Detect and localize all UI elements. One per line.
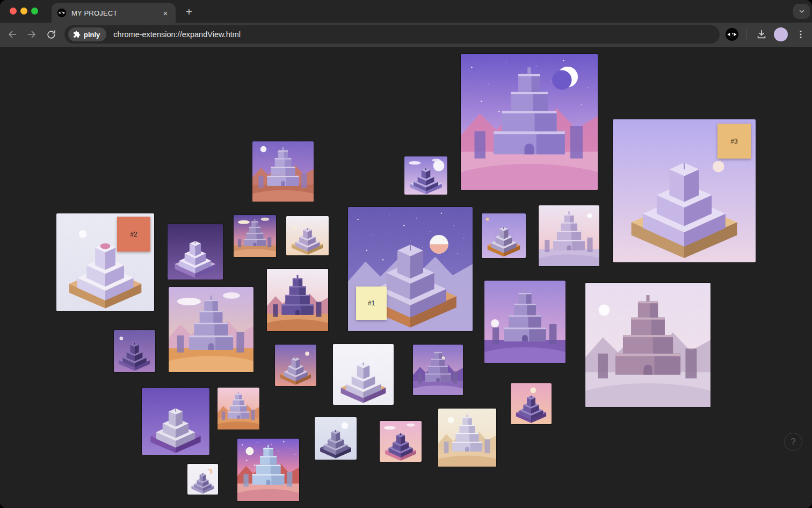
board-image-canyon-spire[interactable] bbox=[218, 388, 259, 430]
board-image-babel-ruin[interactable] bbox=[585, 283, 711, 407]
board-image-spire-city[interactable] bbox=[484, 281, 566, 363]
sticky-note[interactable]: #3 bbox=[717, 124, 751, 159]
board-image-dusk-keep[interactable] bbox=[275, 345, 316, 386]
board-image-paper-towers[interactable] bbox=[333, 344, 394, 405]
board[interactable]: #3#2#1 bbox=[0, 47, 812, 508]
traffic-light-zoom[interactable] bbox=[31, 8, 38, 15]
avatar[interactable] bbox=[774, 27, 788, 41]
board-image-night-monument[interactable]: #1 bbox=[348, 207, 473, 331]
downloads-button[interactable] bbox=[753, 26, 770, 42]
puzzle-piece-icon bbox=[73, 31, 81, 38]
traffic-lights bbox=[10, 8, 38, 15]
tab-title: MY PROJECT bbox=[71, 9, 156, 17]
board-image-tiny-shrine[interactable] bbox=[187, 464, 218, 495]
chip-label: pinly bbox=[84, 31, 100, 39]
sticky-note[interactable]: #2 bbox=[117, 217, 150, 252]
tab-close-icon[interactable]: × bbox=[161, 9, 170, 18]
board-image-white-dome-tower[interactable]: #2 bbox=[56, 213, 154, 311]
browser-window: MY PROJECT × + pinly chrome-extension://… bbox=[0, 0, 812, 508]
url-bar[interactable]: pinly chrome-extension://expandView.html bbox=[64, 25, 720, 44]
board-image-sunset-chapel[interactable] bbox=[511, 383, 552, 424]
board-image-sea-palace[interactable] bbox=[237, 439, 299, 501]
forward-button[interactable] bbox=[24, 26, 40, 42]
board-image-canyon-mesa-city[interactable] bbox=[252, 141, 314, 202]
new-tab-button[interactable]: + bbox=[182, 4, 197, 19]
board-image-waterfall-fort[interactable] bbox=[482, 213, 526, 258]
toolbar-divider bbox=[746, 28, 746, 40]
sticky-note[interactable]: #1 bbox=[356, 287, 387, 320]
reload-button[interactable] bbox=[43, 26, 59, 42]
board-image-arch-ruins[interactable] bbox=[286, 216, 329, 255]
board-image-crystal-keep[interactable] bbox=[168, 224, 223, 280]
board-image-moonlit-spire[interactable] bbox=[404, 156, 447, 195]
browser-menu-button[interactable] bbox=[793, 26, 809, 42]
download-icon bbox=[756, 28, 767, 40]
board-image-clay-citadel[interactable] bbox=[169, 287, 253, 372]
eye-icon bbox=[725, 27, 739, 41]
chevron-down-icon bbox=[798, 8, 806, 15]
board-image-beach-tower[interactable] bbox=[438, 409, 496, 467]
board-image-pink-ziggurat[interactable] bbox=[380, 421, 422, 462]
board-image-mountain-vale[interactable] bbox=[413, 345, 463, 395]
board-image-stair-ziggurat[interactable] bbox=[142, 388, 209, 455]
board-image-gothic-terraces[interactable] bbox=[267, 269, 328, 331]
board-image-moon-gate[interactable] bbox=[315, 417, 357, 460]
board-image-dusk-metropolis[interactable] bbox=[461, 54, 598, 190]
forward-arrow-icon bbox=[26, 28, 38, 40]
back-button[interactable] bbox=[4, 26, 20, 42]
board-image-sunset-gate[interactable] bbox=[234, 215, 276, 257]
reload-icon bbox=[46, 29, 57, 40]
back-arrow-icon bbox=[6, 28, 18, 40]
pinly-extension-button[interactable] bbox=[724, 26, 740, 42]
board-image-plaza-castle[interactable]: #3 bbox=[613, 119, 756, 262]
tab-strip: MY PROJECT × + bbox=[0, 0, 812, 23]
tab-search-chevron-button[interactable] bbox=[793, 4, 810, 19]
traffic-light-close[interactable] bbox=[10, 8, 17, 15]
tab-my-project[interactable]: MY PROJECT × bbox=[52, 3, 176, 23]
board-image-violet-ruin[interactable] bbox=[114, 330, 155, 372]
eye-favicon-icon bbox=[57, 8, 67, 18]
url-text: chrome-extension://expandView.html bbox=[113, 30, 241, 39]
help-button[interactable]: ? bbox=[784, 433, 802, 451]
extension-chip-pinly[interactable]: pinly bbox=[68, 27, 106, 41]
kebab-menu-icon bbox=[795, 29, 806, 40]
traffic-light-minimize[interactable] bbox=[20, 8, 27, 15]
board-image-sunset-cathedral[interactable] bbox=[539, 205, 599, 266]
